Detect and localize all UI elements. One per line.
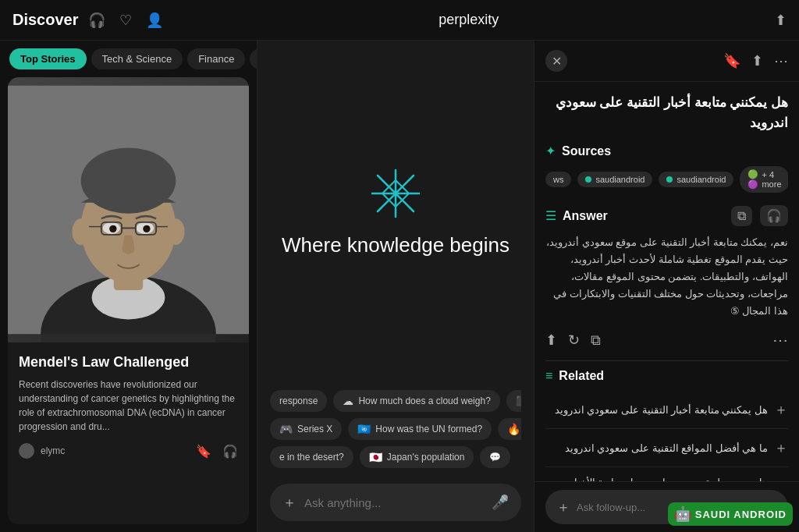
story-card[interactable]: Mendel's Law Challenged Recent discoveri… <box>8 77 249 524</box>
headphones-story-icon[interactable]: 🎧 <box>222 444 238 459</box>
ws-label: ws <box>553 175 563 184</box>
close-button[interactable]: ✕ <box>545 50 567 72</box>
related-text-2: ما هي أفضل المواقع التقنية على سعودي اند… <box>545 442 768 454</box>
answer-actions: ⬆ ↻ ⧉ ⋯ <box>545 331 788 361</box>
refresh-answer-icon[interactable]: ↻ <box>568 332 580 349</box>
perplexity-logo-icon <box>368 166 423 221</box>
related-item-3[interactable]: هل يوجد تطبيق سعودي اندرويد ل متابعة الأ… <box>545 467 788 481</box>
source-more-label: + 4 more <box>762 170 781 189</box>
share-answer-icon[interactable]: ⬆ <box>545 332 557 349</box>
right-panel-bottom: ＋ Ask follow-up... 🤖 SAUDI ANDROID <box>534 481 799 532</box>
follow-up-plus-icon[interactable]: ＋ <box>556 498 570 516</box>
main-layout: Top Stories Tech & Science Finance Art <box>0 41 799 532</box>
ask-bar: ＋ 🎤 <box>270 484 521 521</box>
tab-art[interactable]: Art <box>250 48 257 69</box>
microphone-icon[interactable]: 🎤 <box>492 494 509 511</box>
source-badge-1[interactable]: saudiandroid <box>577 172 652 187</box>
perplexity-title: perplexity <box>439 12 499 28</box>
header-left: Discover 🎧 ♡ 👤 <box>12 11 163 29</box>
sources-section-header: ✦ Sources <box>545 144 788 158</box>
related-icon: ≡ <box>545 369 552 383</box>
center-panel: Where knowledge begins response ☁How muc… <box>257 41 534 532</box>
suggestion-chip[interactable]: 🇯🇵Japan's population <box>360 446 474 468</box>
related-text-1: هل يمكنني متابعة أخبار التقنية على سعودي… <box>545 404 768 416</box>
copy-answer-icon[interactable]: ⧉ <box>731 206 752 226</box>
story-footer: elymc 🔖 🎧 <box>19 443 238 459</box>
tab-finance[interactable]: Finance <box>187 48 245 69</box>
suggestion-chip[interactable]: ☁How much does a cloud weigh? <box>333 390 499 412</box>
suggestion-chip[interactable]: 🇺🇳How was the UN formed? <box>348 418 492 440</box>
share-right-icon[interactable]: ⬆ <box>751 52 763 69</box>
suggestion-chip[interactable]: 🔥Wh <box>498 418 521 440</box>
bookmark-right-icon[interactable]: 🔖 <box>723 52 740 69</box>
author-avatar <box>19 443 34 459</box>
share-icon[interactable]: ⬆ <box>775 12 787 29</box>
fire-chip-icon: 🔥 <box>507 423 520 435</box>
answer-action-left: ⬆ ↻ ⧉ <box>545 332 601 349</box>
answer-text: نعم، يمكنك متابعة أخبار التقنية على موقع… <box>545 234 788 320</box>
source-dot-2 <box>666 176 673 183</box>
more-right-icon[interactable]: ⋯ <box>774 52 788 69</box>
related-item-2[interactable]: ما هي أفضل المواقع التقنية على سعودي اند… <box>545 429 788 467</box>
bookmark-icon[interactable]: 🔖 <box>196 444 211 459</box>
category-tabs: Top Stories Tech & Science Finance Art <box>0 41 257 77</box>
suggestion-chip[interactable]: e in the desert? <box>270 446 353 468</box>
source-badge-2[interactable]: saudiandroid <box>659 172 733 187</box>
related-plus-1: ＋ <box>774 400 788 419</box>
suggestion-row-3: e in the desert? 🇯🇵Japan's population 💬 <box>270 446 521 468</box>
story-image <box>8 77 249 342</box>
left-panel: Top Stories Tech & Science Finance Art <box>0 41 257 532</box>
story-title: Mendel's Law Challenged <box>19 353 238 371</box>
ask-input[interactable] <box>304 496 484 509</box>
answer-section: ☰ Answer ⧉ 🎧 نعم، يمكنك متابعة أخبار الت… <box>545 205 788 320</box>
watermark-text: SAUDI ANDROID <box>695 509 787 520</box>
ws-badge[interactable]: ws <box>545 172 571 187</box>
story-content: Mendel's Law Challenged Recent discoveri… <box>8 342 249 466</box>
answer-icon: ☰ <box>545 208 556 223</box>
answer-header-left: ☰ Answer <box>545 208 608 223</box>
source-name-1: saudiandroid <box>595 175 645 184</box>
sources-row: ws saudiandroid saudiandroid 🟢🟣 + 4 more <box>545 166 788 193</box>
cloud-chip-icon: ☁ <box>343 395 353 407</box>
suggestion-chip[interactable]: 💬 <box>480 446 510 468</box>
center-hero: Where knowledge begins <box>257 41 534 382</box>
profile-icon[interactable]: 👤 <box>146 12 163 29</box>
un-chip-icon: 🇺🇳 <box>357 423 371 435</box>
related-section-header: ≡ Related <box>545 369 788 383</box>
tab-top-stories[interactable]: Top Stories <box>9 48 87 69</box>
suggestion-row-1: response ☁How much does a cloud weigh? ⬛ <box>270 390 521 412</box>
right-panel-content: هل يمكنني متابعة أخبار التقنية على سعودي… <box>534 82 799 481</box>
suggestion-chip[interactable]: ⬛ <box>506 390 521 412</box>
right-panel-header: ✕ 🔖 ⬆ ⋯ <box>534 41 799 82</box>
more-answer-icon[interactable]: ⋯ <box>772 331 788 349</box>
watermark-robot-icon: 🤖 <box>674 505 692 523</box>
sources-label: Sources <box>562 144 611 158</box>
tab-tech-science[interactable]: Tech & Science <box>91 48 183 69</box>
japan-chip-icon: 🇯🇵 <box>369 451 382 463</box>
source-dot-1 <box>585 176 591 183</box>
related-plus-2: ＋ <box>774 438 788 457</box>
answer-icons: ⧉ 🎧 <box>731 205 788 226</box>
related-item-1[interactable]: هل يمكنني متابعة أخبار التقنية على سعودي… <box>545 391 788 429</box>
listen-answer-icon[interactable]: 🎧 <box>760 205 788 226</box>
headphones-icon[interactable]: 🎧 <box>88 12 105 29</box>
heart-icon[interactable]: ♡ <box>119 12 132 29</box>
sources-icon: ✦ <box>545 144 556 158</box>
answer-header: ☰ Answer ⧉ 🎧 <box>545 205 788 226</box>
source-name-2: saudiandroid <box>676 175 726 184</box>
suggestion-chip[interactable]: 🎮Series X <box>270 418 342 440</box>
related-section: ≡ Related هل يمكنني متابعة أخبار التقنية… <box>545 361 788 481</box>
copy-icon[interactable]: ⧉ <box>591 332 601 349</box>
author-name: elymc <box>41 445 65 456</box>
saudi-android-watermark: 🤖 SAUDI ANDROID <box>668 502 793 526</box>
app-title: Discover <box>12 11 79 29</box>
right-panel-actions: 🔖 ⬆ ⋯ <box>723 52 788 69</box>
suggestion-chip[interactable]: response <box>270 390 327 412</box>
ask-plus-icon[interactable]: ＋ <box>282 493 297 512</box>
story-author: elymc <box>19 443 65 459</box>
source-more[interactable]: 🟢🟣 + 4 more <box>740 166 788 193</box>
header-left-icons: 🎧 ♡ 👤 <box>88 12 163 29</box>
gamepad-chip-icon: 🎮 <box>279 423 293 435</box>
question-title: هل يمكنني متابعة أخبار التقنية على سعودي… <box>545 93 788 133</box>
story-actions: 🔖 🎧 <box>196 444 238 459</box>
